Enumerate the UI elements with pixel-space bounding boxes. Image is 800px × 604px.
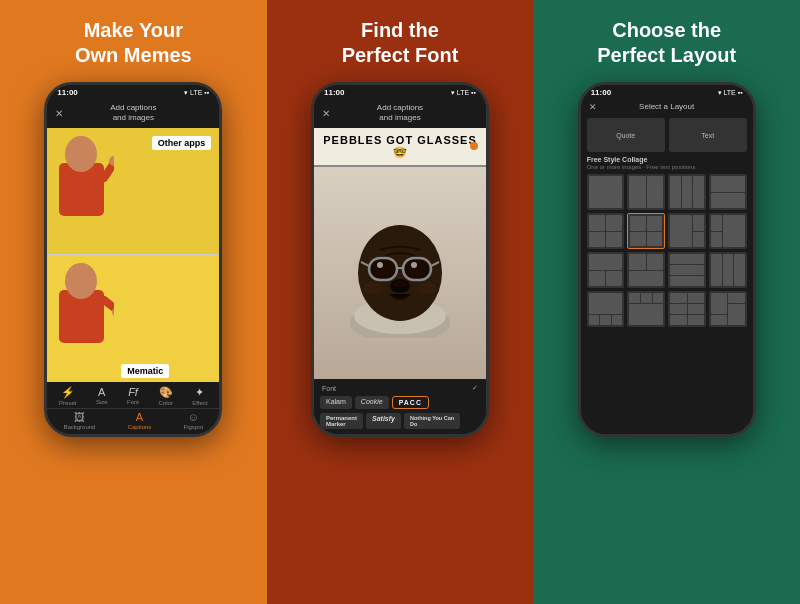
tab-figspot[interactable]: ☺ Figspot [184, 411, 204, 430]
top-bar-1: ✕ Add captions and images [47, 99, 219, 128]
panel-memes: Make Your Own Memes 11:00 ▾ LTE ▪▪ ✕ Add… [0, 0, 267, 604]
layout-screen: Quote Text Free Style Collage One or mor… [581, 114, 753, 434]
panel-3-title: Choose thePerfect Layout [597, 18, 736, 68]
svg-point-5 [65, 263, 97, 299]
layout-cell-6[interactable] [627, 213, 665, 249]
toolbar-icons-row: ⚡ Preset A Size Ff Font 🎨 Color [47, 382, 219, 408]
layout-title: Select a Layout [639, 102, 694, 111]
orange-dot [470, 142, 478, 150]
font-option-kalam[interactable]: Kalam [320, 396, 352, 409]
svg-point-20 [390, 279, 410, 293]
toolbar-tabs-row: 🖼 Background A Captions ☺ Figspot [47, 408, 219, 434]
font-row-label: Font ✓ [318, 382, 482, 394]
svg-line-6 [104, 300, 114, 310]
layout-grid [587, 174, 747, 327]
status-time-1: 11:00 [57, 88, 77, 97]
layout-cell-10[interactable] [627, 252, 665, 288]
svg-point-22 [399, 281, 407, 287]
status-bar-3: 11:00 ▾ LTE ▪▪ [581, 85, 753, 99]
size-button[interactable]: A Size [96, 386, 108, 406]
font-label: Font [322, 385, 336, 392]
phone-1: 11:00 ▾ LTE ▪▪ ✕ Add captions and images [44, 82, 222, 437]
font-option-pacc[interactable]: PACC [392, 396, 429, 409]
layout-cell-5[interactable] [587, 213, 625, 249]
bottom-toolbar-1: ⚡ Preset A Size Ff Font 🎨 Color [47, 382, 219, 434]
pug-image [314, 167, 486, 379]
meme-label-top: Other apps [152, 136, 212, 150]
pug-face-svg [345, 208, 455, 338]
top-bar-title-1: Add captions and images [110, 103, 156, 124]
layout-section-sub: One or more images · Free text positions [587, 164, 747, 170]
panel-1-title: Make Your Own Memes [75, 18, 192, 68]
effect-button[interactable]: ✦ Effect [192, 386, 207, 406]
layout-cell-11[interactable] [668, 252, 706, 288]
layout-cell-2[interactable] [627, 174, 665, 210]
layout-cell-14[interactable] [627, 291, 665, 327]
layout-title-bar: ✕ Select a Layout [581, 99, 753, 114]
layout-cell-4[interactable] [709, 174, 747, 210]
close-icon-2[interactable]: ✕ [322, 108, 330, 119]
meme-label-bottom: Mematic [121, 364, 169, 378]
meme-font-image: PEBBLES GOT GLASSES 🤓 [314, 128, 486, 379]
font-checkmark: ✓ [472, 384, 478, 392]
preset-button[interactable]: ⚡ Preset [59, 386, 76, 406]
layout-cell-15[interactable] [668, 291, 706, 327]
font-option-nothing[interactable]: Nothing You CanDo [404, 413, 460, 429]
layout-thumb-text-label: Text [669, 118, 747, 152]
layout-top-row: Quote Text [587, 118, 747, 152]
drake-approve-figure [49, 255, 114, 343]
panel-2-title: Find the Perfect Font [342, 18, 459, 68]
font-option-satisfy[interactable]: Satisfy [366, 413, 401, 429]
svg-point-1 [65, 136, 97, 172]
meme-screen: Other apps Mematic [47, 128, 219, 434]
layout-section-title: Free Style Collage [587, 156, 747, 163]
layout-cell-1[interactable] [587, 174, 625, 210]
layout-cell-3[interactable] [668, 174, 706, 210]
meme-top-half: Other apps [47, 128, 219, 255]
svg-point-19 [411, 262, 417, 268]
color-button[interactable]: 🎨 Color [159, 386, 173, 406]
panel-fonts: Find the Perfect Font 11:00 ▾ LTE ▪▪ ✕ A… [267, 0, 534, 604]
meme-image: Other apps Mematic [47, 128, 219, 382]
meme-bottom-half: Mematic [47, 255, 219, 382]
status-time-3: 11:00 [591, 88, 611, 97]
font-options-row-2: PermanentMarker Satisfy Nothing You CanD… [318, 411, 482, 431]
phone-3: 11:00 ▾ LTE ▪▪ ✕ Select a Layout Quote T… [578, 82, 756, 437]
layout-thumb-quote-label: Quote [587, 118, 665, 152]
layout-cell-8[interactable] [709, 213, 747, 249]
status-bar-1: 11:00 ▾ LTE ▪▪ [47, 85, 219, 99]
phone-2: 11:00 ▾ LTE ▪▪ ✕ Add captions and images… [311, 82, 489, 437]
layout-thumb-text[interactable]: Text [669, 118, 747, 152]
tab-captions[interactable]: A Captions [128, 411, 152, 430]
font-toolbar: Font ✓ Kalam Cookie PACC PermanentMarker… [314, 379, 486, 434]
layout-content: Quote Text Free Style Collage One or mor… [581, 114, 753, 434]
font-button[interactable]: Ff Font [127, 386, 139, 406]
close-icon-3[interactable]: ✕ [589, 102, 597, 112]
close-icon-1[interactable]: ✕ [55, 108, 63, 119]
layout-thumb-quote[interactable]: Quote [587, 118, 665, 152]
layout-cell-13[interactable] [587, 291, 625, 327]
layout-cell-9[interactable] [587, 252, 625, 288]
top-bar-2: ✕ Add captions and images [314, 99, 486, 128]
meme-font-text: PEBBLES GOT GLASSES 🤓 [318, 134, 482, 159]
meme-label-bottom-wrap: Mematic [121, 364, 169, 378]
font-options-row: Kalam Cookie PACC [318, 394, 482, 411]
font-option-permanent[interactable]: PermanentMarker [320, 413, 363, 429]
font-screen: PEBBLES GOT GLASSES 🤓 [314, 128, 486, 434]
svg-point-23 [363, 281, 383, 295]
drake-reject-figure [49, 128, 114, 216]
layout-cell-7[interactable] [668, 213, 706, 249]
panel-layout: Choose thePerfect Layout 11:00 ▾ LTE ▪▪ … [533, 0, 800, 604]
top-bar-title-2: Add captions and images [377, 103, 423, 124]
status-time-2: 11:00 [324, 88, 344, 97]
layout-cell-16[interactable] [709, 291, 747, 327]
svg-point-18 [377, 262, 383, 268]
status-icons-1: ▾ LTE ▪▪ [184, 89, 209, 97]
tab-background[interactable]: 🖼 Background [63, 411, 95, 430]
font-option-cookie[interactable]: Cookie [355, 396, 389, 409]
layout-cell-12[interactable] [709, 252, 747, 288]
svg-point-24 [417, 281, 437, 295]
meme-font-header: PEBBLES GOT GLASSES 🤓 [314, 128, 486, 167]
status-bar-2: 11:00 ▾ LTE ▪▪ [314, 85, 486, 99]
